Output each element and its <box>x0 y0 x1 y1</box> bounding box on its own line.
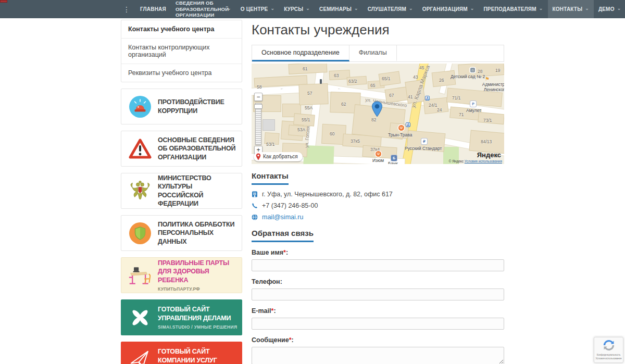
poi-administration: Администрация Ленинского ра <box>480 82 504 92</box>
address-icon <box>252 191 258 197</box>
tab-main-division[interactable]: Основное подразделение <box>252 45 349 61</box>
chevron-down-icon <box>539 6 543 11</box>
map-label: 53А <box>297 127 305 132</box>
chevron-down-icon <box>470 6 474 11</box>
recaptcha-terms[interactable]: Условия использования <box>594 357 623 361</box>
chevron-down-icon <box>270 6 274 11</box>
contact-phone: +7 (347) 246-85-00 <box>262 202 318 209</box>
map-label: 55/1 <box>302 117 310 122</box>
nav-item-contacts[interactable]: КОНТАКТЫ <box>548 0 594 18</box>
contacts-heading: Контакты <box>252 171 289 185</box>
banner-title: ГОТОВЫЙ САЙТ УПРАВЛЕНИЯ ДЕЛАМИ <box>158 305 238 322</box>
zoom-out-button[interactable]: − <box>254 93 262 101</box>
poi-russky-standart: Русский Стандарт <box>405 146 442 151</box>
warning-triangle-icon <box>128 137 152 160</box>
nav-item-courses[interactable]: КУРСЫ <box>279 0 315 18</box>
map-label: 57 <box>307 91 312 96</box>
zoom-slider-handle[interactable] <box>254 104 262 109</box>
banner-edu-org-info[interactable]: ОСНОВНЫЕ СВЕДЕНИЯ ОБ ОБРАЗОВАТЕЛЬНОЙ ОРГ… <box>121 131 242 167</box>
map-label: 43 <box>413 74 418 80</box>
map-label: 63/2 <box>348 79 357 84</box>
nav-item-teachers[interactable]: ПРЕПОДАВАТЕЛЯМ <box>479 0 547 18</box>
map-label: 73/1 <box>483 118 492 123</box>
message-field[interactable] <box>252 347 504 364</box>
poi-amulet: Амулет <box>466 108 481 113</box>
map-label: 19 <box>495 68 500 73</box>
siren-icon <box>128 95 152 118</box>
map-building <box>263 120 274 130</box>
transit-stop-icon <box>406 122 410 127</box>
map-placemark-pin[interactable] <box>371 101 383 120</box>
banner-title: ПОЛИТИКА ОБРАБОТКИ ПЕРСОНАЛЬНЫХ ДАННЫХ <box>158 220 238 246</box>
zoom-slider[interactable] <box>255 103 261 145</box>
kindergarten-icon <box>470 68 475 72</box>
banner-school-desks[interactable]: ПРАВИЛЬНЫЕ ПАРТЫ ДЛЯ ЗДОРОВЬЯ РЕБЕНКА КУ… <box>121 257 242 293</box>
email-field[interactable] <box>252 318 504 330</box>
paper-plane-icon <box>128 348 152 364</box>
desk-illustration-icon <box>128 263 152 287</box>
restaurant-icon <box>376 151 381 157</box>
nav-item-about-center[interactable]: О ЦЕНТРЕ <box>236 0 280 18</box>
nav-more-icon[interactable] <box>118 0 135 18</box>
map-label: 37к5 <box>351 139 360 144</box>
sidebar-item-supervisory-contacts[interactable]: Контакты контролирующих организаций <box>121 38 242 64</box>
map-label: 65/1 <box>382 76 391 81</box>
shield-icon <box>128 222 152 245</box>
banner-subtitle: SIMAI.STUDIO / УМНЫЕ РЕШЕНИЯ <box>158 324 238 330</box>
nav-item-students[interactable]: СЛУШАТЕЛЯМ <box>363 0 418 18</box>
copyright-label: © Яндекс <box>449 159 464 163</box>
tab-branches[interactable]: Филиалы <box>349 45 397 61</box>
banner-title: ГОТОВЫЙ САЙТ КОМПАНИИ УСЛУГ <box>158 347 238 364</box>
recaptcha-privacy[interactable]: Конфиденциальность <box>594 354 623 357</box>
banner-personal-data-policy[interactable]: ПОЛИТИКА ОБРАБОТКИ ПЕРСОНАЛЬНЫХ ДАННЫХ <box>121 215 242 251</box>
globe-icon <box>252 214 258 220</box>
contact-email-link[interactable]: mail@simai.ru <box>262 214 303 221</box>
traffic-light-icon <box>320 79 322 84</box>
terms-link[interactable]: Условия использования <box>465 159 502 163</box>
phone-field[interactable] <box>252 288 504 300</box>
yandex-logo[interactable]: Яндекс <box>477 151 501 159</box>
chevron-down-icon <box>409 6 413 11</box>
sidebar-item-center-contacts[interactable]: Контакты учебного центра <box>121 20 242 38</box>
poi-tryn-trava: Трын-Трава <box>388 132 412 137</box>
banner-simai-site-management[interactable]: ГОТОВЫЙ САЙТ УПРАВЛЕНИЯ ДЕЛАМИ SIMAI.STU… <box>121 299 242 335</box>
one-way-arrow-icon <box>280 86 284 90</box>
banner-anticorruption[interactable]: ПРОТИВОДЕЙСТВИЕ КОРРУПЦИИ <box>121 89 242 124</box>
map-label: 45 <box>419 65 424 70</box>
feedback-heading: Обратная связь <box>252 229 314 242</box>
chevron-down-icon <box>617 6 621 11</box>
page-title: Контакты учреждения <box>252 22 504 38</box>
nav-item-edu-org-info[interactable]: СВЕДЕНИЯ ОБ ОБРАЗОВАТЕЛЬНОЙ ОРГАНИЗАЦИИ <box>171 0 236 18</box>
directions-button[interactable]: Как добраться <box>254 152 303 161</box>
map-label: 84/13 <box>481 139 492 144</box>
nav-item-organizations[interactable]: ОРГАНИЗАЦИЯМ <box>418 0 479 18</box>
phone-icon <box>252 203 258 209</box>
map-label: 67 <box>389 93 394 98</box>
recaptcha-badge[interactable]: Конфиденциальность Условия использования <box>594 337 623 363</box>
poi-izyum: Изюм <box>372 158 384 163</box>
banner-subtitle: КУПИТЬПАРТУ.РФ <box>158 286 238 292</box>
sidebar-menu: Контакты учебного центра Контакты контро… <box>121 20 242 82</box>
chevron-down-icon <box>227 6 231 11</box>
yandex-map[interactable]: ул. Гоголя ул. Чернышевского ул. Карла М… <box>252 64 504 164</box>
bank-icon <box>391 155 397 161</box>
banner-simai-site-services[interactable]: ГОТОВЫЙ САЙТ КОМПАНИИ УСЛУГ SIMAI.STUDIO… <box>121 342 242 364</box>
name-field[interactable] <box>252 259 504 271</box>
banner-ministry-of-culture[interactable]: МИНИСТЕРСТВО КУЛЬТУРЫ РОССИЙСКОЙ ФЕДЕРАЦ… <box>121 173 242 209</box>
banner-title: ПРОТИВОДЕЙСТВИЕ КОРРУПЦИИ <box>158 98 238 115</box>
nav-item-home[interactable]: ГЛАВНАЯ <box>135 0 171 18</box>
nav-item-demo[interactable]: ДЕМО <box>594 0 625 18</box>
chevron-down-icon <box>585 6 589 11</box>
amulet-icon <box>470 101 476 107</box>
map-label: 24 <box>437 107 442 112</box>
banner-title: ПРАВИЛЬНЫЕ ПАРТЫ ДЛЯ ЗДОРОВЬЯ РЕБЕНКА <box>158 259 238 284</box>
one-way-arrow-icon <box>338 86 342 90</box>
sidebar-item-requisites[interactable]: Реквизиты учебного центра <box>121 64 242 82</box>
red-pin-icon <box>256 153 261 160</box>
name-label: Ваше имя*: <box>252 249 504 256</box>
restaurant-icon <box>398 125 404 131</box>
directions-label: Как добраться <box>263 154 298 159</box>
nav-item-seminars[interactable]: СЕМИНАРЫ <box>315 0 363 18</box>
chevron-down-icon <box>306 6 310 11</box>
map-park <box>303 145 334 164</box>
